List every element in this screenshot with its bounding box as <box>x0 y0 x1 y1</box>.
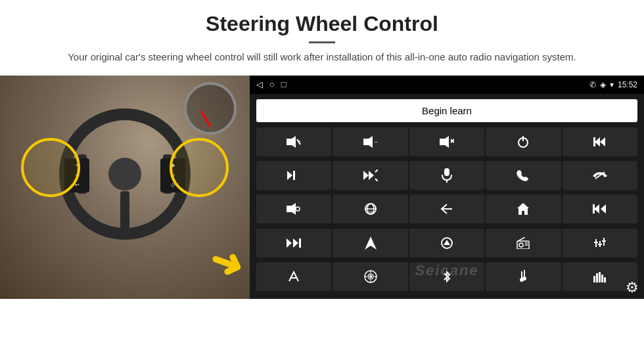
svg-marker-12 <box>600 137 605 146</box>
wifi-status-icon: ▾ <box>610 80 614 89</box>
svg-rect-66 <box>601 275 603 282</box>
back-button[interactable] <box>409 194 484 223</box>
speaker-button[interactable] <box>256 194 331 223</box>
svg-marker-31 <box>594 204 599 214</box>
vol-up-button[interactable]: + <box>256 127 331 156</box>
nav-home-icon[interactable]: ○ <box>269 79 275 89</box>
control-buttons-grid: + − <box>250 126 644 299</box>
360-button[interactable]: 360° <box>333 194 407 223</box>
title-divider <box>309 41 335 43</box>
clock: 15:52 <box>618 80 637 89</box>
highlight-circle-right <box>170 138 229 197</box>
mic-button[interactable] <box>409 161 484 190</box>
svg-rect-67 <box>604 277 606 282</box>
fast-forward-button[interactable] <box>256 229 331 258</box>
voice-button[interactable] <box>256 262 331 291</box>
svg-rect-63 <box>593 276 595 282</box>
settings-gear-icon[interactable]: ⚙ <box>626 279 639 296</box>
begin-learn-button[interactable]: Begin learn <box>256 99 637 122</box>
location-status-icon: ◈ <box>600 80 606 89</box>
svg-marker-23 <box>287 203 296 215</box>
svg-marker-11 <box>595 137 600 146</box>
svg-line-18 <box>375 169 378 172</box>
svg-rect-65 <box>599 272 601 282</box>
svg-rect-60 <box>524 270 525 277</box>
call-button[interactable] <box>486 161 561 190</box>
svg-marker-4 <box>363 136 373 148</box>
music-button[interactable] <box>486 262 561 291</box>
sw-spoke-bottom <box>120 191 129 231</box>
steering-wheel-image: + − ↩ ◈ ◇ ◇ ➜ <box>0 76 250 299</box>
svg-marker-6 <box>440 136 449 148</box>
svg-rect-64 <box>596 273 598 282</box>
svg-marker-35 <box>293 238 298 248</box>
svg-marker-0 <box>287 136 296 148</box>
svg-point-41 <box>519 243 523 247</box>
svg-marker-32 <box>601 204 606 214</box>
svg-point-62 <box>522 277 526 281</box>
highlight-circle-left <box>21 138 80 197</box>
rewind-button[interactable] <box>563 194 637 223</box>
svg-rect-36 <box>299 238 301 248</box>
bluetooth-button[interactable] <box>409 262 484 291</box>
svg-marker-16 <box>363 171 369 180</box>
svg-marker-30 <box>517 203 529 215</box>
nav-recents-icon[interactable]: □ <box>281 79 287 89</box>
radio-button[interactable] <box>486 229 561 258</box>
mute-button[interactable] <box>409 127 484 156</box>
svg-line-19 <box>375 179 378 181</box>
subtitle: Your original car's steering wheel contr… <box>66 50 578 65</box>
equalizer-button[interactable] <box>563 229 637 258</box>
svg-point-24 <box>296 207 300 211</box>
svg-rect-15 <box>293 171 295 180</box>
end-call-button[interactable] <box>563 161 637 190</box>
svg-marker-39 <box>444 240 450 245</box>
svg-rect-33 <box>593 204 595 214</box>
svg-text:−: − <box>375 139 378 145</box>
nav-icons: ◁ ○ □ <box>256 79 287 89</box>
sw-hub <box>108 158 141 191</box>
page: Steering Wheel Control Your original car… <box>0 0 644 360</box>
vol-down-button[interactable]: − <box>333 127 407 156</box>
content-row: + − ↩ ◈ ◇ ◇ ➜ ◁ ○ <box>0 76 644 299</box>
home-button[interactable] <box>486 194 561 223</box>
svg-marker-17 <box>369 171 374 180</box>
svg-text:+: + <box>298 139 301 145</box>
navigate-button[interactable] <box>333 229 407 258</box>
svg-marker-37 <box>365 236 377 250</box>
eject-button[interactable] <box>409 229 484 258</box>
ff-cut-button[interactable] <box>333 161 407 190</box>
begin-learn-row: Begin learn <box>250 94 644 126</box>
svg-marker-14 <box>287 171 292 180</box>
nav-back-icon[interactable]: ◁ <box>256 79 263 89</box>
camera-control-button[interactable] <box>333 262 407 291</box>
status-right-icons: ✆ ◈ ▾ 15:52 <box>589 80 637 89</box>
svg-point-54 <box>369 276 371 278</box>
svg-text:360°: 360° <box>369 210 375 214</box>
android-screen: ◁ ○ □ ✆ ◈ ▾ 15:52 Begin learn + <box>250 76 644 299</box>
prev-track-button[interactable] <box>563 127 637 156</box>
next-track-button[interactable] <box>256 161 331 190</box>
header: Steering Wheel Control Your original car… <box>0 0 644 72</box>
status-bar: ◁ ○ □ ✆ ◈ ▾ 15:52 <box>250 76 644 94</box>
gauge-bg <box>184 82 237 135</box>
page-title: Steering Wheel Control <box>39 12 605 36</box>
svg-rect-13 <box>593 137 595 146</box>
svg-line-44 <box>518 237 525 241</box>
phone-status-icon: ✆ <box>589 80 596 89</box>
svg-marker-34 <box>287 238 292 248</box>
svg-rect-20 <box>444 168 449 176</box>
power-button[interactable] <box>486 127 561 156</box>
